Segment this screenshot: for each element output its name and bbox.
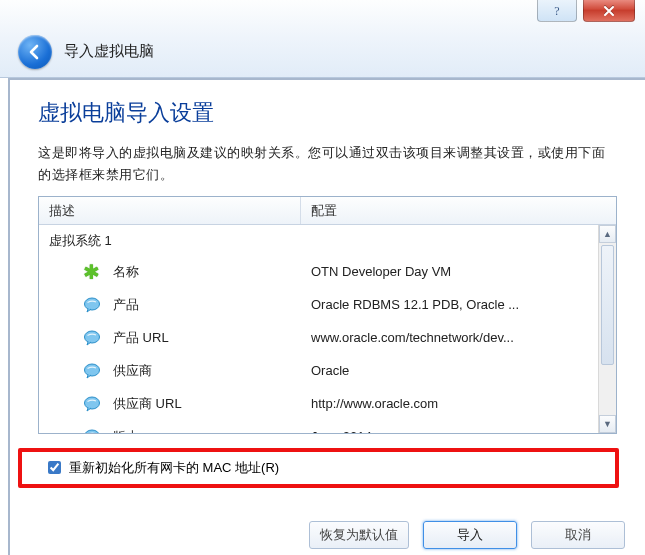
column-header-config[interactable]: 配置 <box>301 197 616 224</box>
bubble-icon <box>83 428 101 434</box>
svg-point-1 <box>85 298 100 310</box>
svg-text:?: ? <box>554 4 559 18</box>
row-value: http://www.oracle.com <box>301 396 598 411</box>
table-header: 描述 配置 <box>39 197 616 225</box>
window-title: 导入虚拟电脑 <box>64 42 154 61</box>
scroll-thumb[interactable] <box>601 245 614 365</box>
svg-point-4 <box>85 397 100 409</box>
row-label: 产品 <box>113 296 139 314</box>
svg-point-3 <box>85 364 100 376</box>
page-description: 这是即将导入的虚拟电脑及建议的映射关系。您可以通过双击该项目来调整其设置，或使用… <box>38 142 617 186</box>
table-row[interactable]: 供应商 Oracle <box>39 354 598 387</box>
reinit-mac-checkbox[interactable] <box>48 461 61 474</box>
row-label: 产品 URL <box>113 329 169 347</box>
import-button[interactable]: 导入 <box>423 521 517 549</box>
close-button[interactable] <box>583 0 635 22</box>
restore-defaults-button[interactable]: 恢复为默认值 <box>309 521 409 549</box>
page-heading: 虚拟电脑导入设置 <box>38 98 617 128</box>
table-row[interactable]: 产品 URL www.oracle.com/technetwork/dev... <box>39 321 598 354</box>
row-label: 名称 <box>113 263 139 281</box>
scroll-down-icon[interactable]: ▼ <box>599 415 616 433</box>
group-header[interactable]: 虚拟系统 1 <box>39 225 598 255</box>
scroll-up-icon[interactable]: ▲ <box>599 225 616 243</box>
scrollbar[interactable]: ▲ ▼ <box>598 225 616 433</box>
arrow-left-icon <box>26 43 44 61</box>
reinit-mac-label: 重新初始化所有网卡的 MAC 地址(R) <box>69 459 279 477</box>
settings-table: 描述 配置 虚拟系统 1 名称 OTN Developer Day VM 产品 … <box>38 196 617 434</box>
bubble-icon <box>83 296 101 314</box>
bubble-icon <box>83 362 101 380</box>
name-icon <box>83 263 101 281</box>
help-button[interactable]: ? <box>537 0 577 22</box>
table-row[interactable]: 名称 OTN Developer Day VM <box>39 255 598 288</box>
table-row[interactable]: 版本 June 2014 <box>39 420 598 433</box>
row-label: 版本 <box>113 428 139 434</box>
back-button[interactable] <box>18 35 52 69</box>
table-row[interactable]: 产品 Oracle RDBMS 12.1 PDB, Oracle ... <box>39 288 598 321</box>
row-label: 供应商 <box>113 362 152 380</box>
help-icon: ? <box>551 4 563 18</box>
svg-point-2 <box>85 331 100 343</box>
row-value: Oracle RDBMS 12.1 PDB, Oracle ... <box>301 297 598 312</box>
wizard-panel: 虚拟电脑导入设置 这是即将导入的虚拟电脑及建议的映射关系。您可以通过双击该项目来… <box>8 78 645 555</box>
row-label: 供应商 URL <box>113 395 182 413</box>
column-header-desc[interactable]: 描述 <box>39 197 301 224</box>
bubble-icon <box>83 395 101 413</box>
row-value: www.oracle.com/technetwork/dev... <box>301 330 598 345</box>
row-value: Oracle <box>301 363 598 378</box>
row-value: OTN Developer Day VM <box>301 264 598 279</box>
cancel-button[interactable]: 取消 <box>531 521 625 549</box>
bubble-icon <box>83 329 101 347</box>
row-value: June 2014 <box>301 429 598 433</box>
table-row[interactable]: 供应商 URL http://www.oracle.com <box>39 387 598 420</box>
close-icon <box>602 4 616 18</box>
